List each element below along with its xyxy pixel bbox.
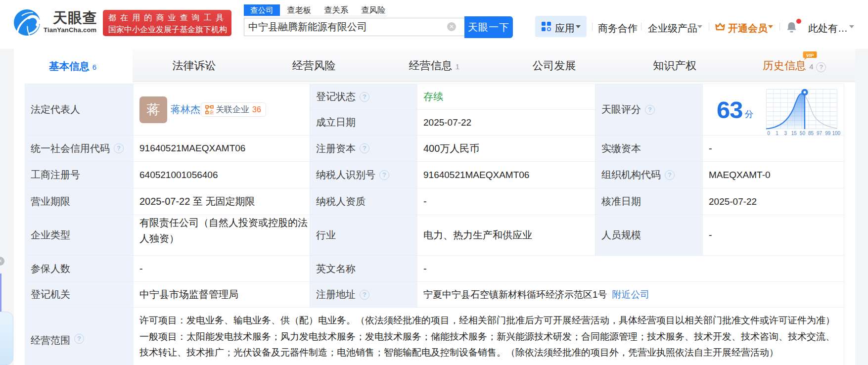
svg-text:VIP: VIP bbox=[806, 52, 814, 58]
svg-text:企: 企 bbox=[209, 109, 214, 114]
